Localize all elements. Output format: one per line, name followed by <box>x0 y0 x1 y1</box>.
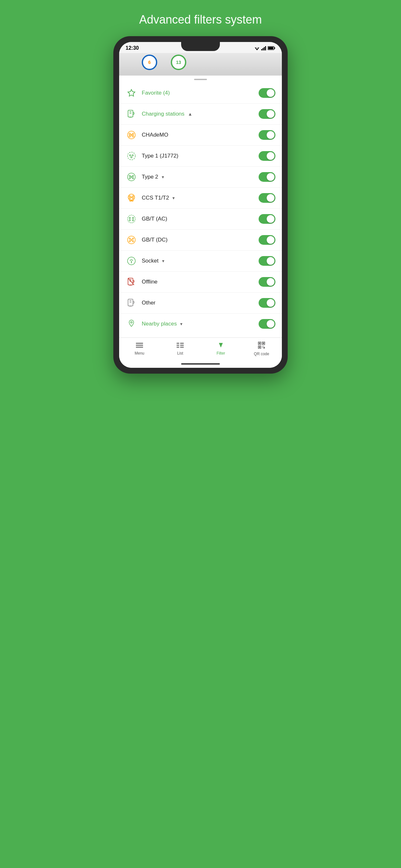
gbt-dc-label: GB/T (DC) <box>142 237 258 243</box>
chademo-label: CHAdeMO <box>142 132 258 138</box>
nav-qrcode-label: QR code <box>254 352 269 356</box>
filter-item-ccs[interactable]: CCS T1/T2 ▾ <box>119 188 282 209</box>
home-bar <box>181 363 220 365</box>
nearby-places-toggle[interactable] <box>258 319 275 329</box>
svg-rect-2 <box>261 49 262 51</box>
battery-icon <box>268 46 275 51</box>
offline-toggle[interactable] <box>258 277 275 287</box>
chademo-icon <box>126 129 137 141</box>
type1-label: Type 1 (J1772) <box>142 153 258 159</box>
svg-point-18 <box>131 135 132 135</box>
gbt-dc-toggle[interactable] <box>258 235 275 245</box>
svg-point-28 <box>131 176 132 178</box>
filter-item-nearby-places[interactable]: Nearby places ▾ <box>119 314 282 334</box>
filter-item-gbt-dc[interactable]: GB/T (DC) <box>119 229 282 251</box>
svg-point-33 <box>132 197 134 199</box>
filter-list: Favorite (4) Charging stations ▲ <box>119 83 282 337</box>
type2-label: Type 2 ▾ <box>142 174 258 180</box>
svg-rect-68 <box>220 345 222 345</box>
type1-toggle[interactable] <box>258 151 275 161</box>
svg-point-26 <box>129 178 130 179</box>
gbt-ac-toggle[interactable] <box>258 214 275 224</box>
type2-icon <box>126 171 137 183</box>
other-toggle[interactable] <box>258 298 275 308</box>
star-icon <box>126 87 137 99</box>
filter-item-chademo[interactable]: CHAdeMO <box>119 125 282 146</box>
filter-item-type1[interactable]: Type 1 (J1772) <box>119 146 282 166</box>
svg-point-45 <box>129 241 130 242</box>
ccs-toggle[interactable] <box>258 193 275 203</box>
filter-item-offline[interactable]: Offline <box>119 272 282 292</box>
svg-rect-75 <box>259 346 260 348</box>
type2-chevron: ▾ <box>162 175 164 180</box>
nav-list[interactable]: List <box>160 340 201 358</box>
svg-rect-10 <box>128 110 133 117</box>
socket-label: Socket ▾ <box>142 258 258 264</box>
charging-station-icon <box>126 108 137 120</box>
svg-rect-3 <box>263 48 264 51</box>
nearby-places-icon <box>126 318 137 330</box>
svg-rect-4 <box>264 47 265 51</box>
list-icon <box>177 342 184 350</box>
svg-rect-78 <box>262 347 263 348</box>
svg-point-23 <box>127 173 135 181</box>
page-title: Advanced filters system <box>139 13 262 27</box>
filter-item-favorite[interactable]: Favorite (4) <box>119 83 282 104</box>
svg-point-32 <box>129 197 130 199</box>
filter-item-socket[interactable]: Socket ▾ <box>119 251 282 272</box>
map-marker-2: 13 <box>171 55 186 70</box>
favorite-label: Favorite (4) <box>142 90 258 96</box>
nav-list-label: List <box>177 351 183 355</box>
ccs-label: CCS T1/T2 ▾ <box>142 195 258 201</box>
charging-stations-toggle[interactable] <box>258 109 275 119</box>
svg-rect-73 <box>263 343 264 344</box>
svg-point-40 <box>129 220 130 221</box>
nav-filter[interactable]: Filter <box>201 340 241 358</box>
svg-point-16 <box>129 135 131 137</box>
svg-point-14 <box>129 133 131 135</box>
offline-icon <box>126 276 137 288</box>
gbt-ac-label: GB/T (AC) <box>142 216 258 222</box>
svg-point-24 <box>129 175 130 177</box>
type2-toggle[interactable] <box>258 172 275 182</box>
charging-stations-label: Charging stations ▲ <box>142 111 258 117</box>
svg-rect-69 <box>220 346 221 346</box>
socket-toggle[interactable] <box>258 256 275 266</box>
svg-point-25 <box>132 175 134 177</box>
chademo-toggle[interactable] <box>258 130 275 140</box>
nav-filter-label: Filter <box>217 351 225 355</box>
svg-point-46 <box>132 241 134 242</box>
svg-rect-77 <box>264 346 264 346</box>
status-time: 12:30 <box>126 45 139 51</box>
filter-item-other[interactable]: Other <box>119 292 282 314</box>
svg-point-30 <box>129 196 130 197</box>
favorite-toggle[interactable] <box>258 88 275 98</box>
svg-rect-79 <box>264 347 265 348</box>
filter-item-charging-stations[interactable]: Charging stations ▲ <box>119 104 282 125</box>
offline-label: Offline <box>142 279 258 285</box>
ccs-icon <box>126 192 137 204</box>
wifi-icon <box>254 46 260 51</box>
status-bar: 12:30 <box>119 42 282 53</box>
gbt-ac-icon <box>126 213 137 225</box>
ccs-chevron: ▾ <box>173 195 175 200</box>
svg-point-38 <box>129 217 130 219</box>
signal-icon <box>261 46 266 51</box>
svg-point-37 <box>127 215 135 223</box>
svg-point-17 <box>132 135 134 137</box>
svg-point-13 <box>127 131 135 139</box>
drag-bar <box>194 79 207 80</box>
nav-menu-label: Menu <box>135 351 144 355</box>
svg-marker-9 <box>128 89 135 96</box>
filter-item-type2[interactable]: Type 2 ▾ <box>119 166 282 188</box>
svg-point-34 <box>131 197 132 198</box>
phone-frame: 12:30 <box>113 36 288 374</box>
filter-item-gbt-ac[interactable]: GB/T (AC) <box>119 209 282 229</box>
nav-menu[interactable]: Menu <box>119 340 160 358</box>
home-indicator <box>119 361 282 368</box>
nav-qrcode[interactable]: QR code <box>241 340 282 358</box>
svg-point-31 <box>132 196 134 197</box>
svg-point-27 <box>132 178 134 179</box>
socket-icon <box>126 255 137 267</box>
drag-handle[interactable] <box>119 75 282 83</box>
